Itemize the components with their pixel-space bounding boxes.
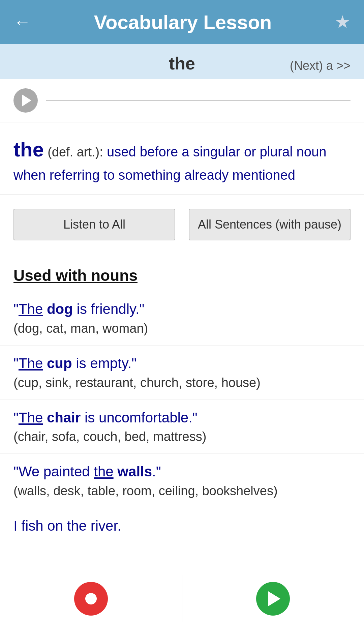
sentence-rest-3: chair is uncomfortable. [43, 410, 192, 425]
sentence-text-4: "We painted the walls." [13, 462, 351, 482]
sentence-note-3: (chair, sofa, couch, bed, mattress) [13, 430, 351, 444]
sentence-rest-4: walls. [114, 464, 156, 479]
quote-close-2: " [131, 355, 136, 371]
audio-player [0, 79, 364, 122]
sentence-item-partial: I fish on the river. [0, 508, 364, 536]
definition-pos-label: (def. art.): [48, 145, 103, 159]
the-link-1[interactable]: The [19, 301, 43, 317]
the-link-4[interactable]: the [94, 464, 113, 479]
play-green-icon [268, 591, 280, 606]
the-link-3[interactable]: The [19, 410, 43, 425]
quote-close-3: " [192, 410, 198, 425]
sentence-item-1: "The dog is friendly." (dog, cat, man, w… [0, 291, 364, 346]
sentence-note-2: (cup, sink, restaurant, church, store, h… [13, 376, 351, 390]
play-icon [22, 94, 31, 107]
quote-open-4: " [13, 464, 19, 479]
quote-open-1: " [13, 301, 19, 317]
bottom-bar [0, 575, 364, 622]
sentence-rest-1: dog is friendly. [43, 301, 139, 317]
record-button[interactable] [74, 582, 108, 616]
sentence-text-3: "The chair is uncomfortable." [13, 408, 351, 428]
quote-close-1: " [140, 301, 145, 317]
sentence-pre-4: We painted [19, 464, 94, 479]
sentence-text-1: "The dog is friendly." [13, 299, 351, 319]
partial-text: I fish on the river. [13, 518, 121, 534]
action-buttons: Listen to All All Sentences (with pause) [0, 195, 364, 254]
sentence-note-4: (walls, desk, table, room, ceiling, book… [13, 484, 351, 498]
audio-progress-bar[interactable] [46, 100, 351, 101]
the-link-2[interactable]: The [19, 355, 43, 371]
sentence-text-partial: I fish on the river. [13, 516, 351, 536]
bottom-left-panel [0, 575, 182, 622]
word-banner: the (Next) a >> [0, 44, 364, 79]
sentence-text-2: "The cup is empty." [13, 354, 351, 374]
sentence-item-3: "The chair is uncomfortable." (chair, so… [0, 400, 364, 454]
play-green-button[interactable] [256, 582, 290, 616]
sentence-rest-2: cup is empty. [43, 355, 131, 371]
back-button[interactable]: ← [13, 12, 31, 32]
listen-all-button[interactable]: Listen to All [13, 209, 175, 240]
definition-text: the (def. art.): used before a singular … [13, 135, 351, 185]
section-heading: Used with nouns [0, 254, 364, 291]
next-word-link[interactable]: (Next) a >> [290, 59, 351, 73]
all-sentences-button[interactable]: All Sentences (with pause) [189, 209, 351, 240]
quote-open-3: " [13, 410, 19, 425]
page-title: Vocabulary Lesson [94, 11, 272, 33]
definition-section: the (def. art.): used before a singular … [0, 122, 364, 195]
bottom-right-panel [182, 575, 364, 622]
definition-word: the [13, 138, 44, 161]
sentence-note-1: (dog, cat, man, woman) [13, 321, 351, 336]
sentence-item-2: "The cup is empty." (cup, sink, restaura… [0, 346, 364, 400]
audio-play-button[interactable] [13, 88, 38, 113]
header: ← Vocabulary Lesson ★ [0, 0, 364, 44]
quote-close-4: " [156, 464, 161, 479]
sentence-item-4: "We painted the walls." (walls, desk, ta… [0, 454, 364, 508]
quote-open-2: " [13, 355, 19, 371]
bookmark-icon[interactable]: ★ [335, 12, 351, 32]
record-icon [84, 591, 98, 606]
